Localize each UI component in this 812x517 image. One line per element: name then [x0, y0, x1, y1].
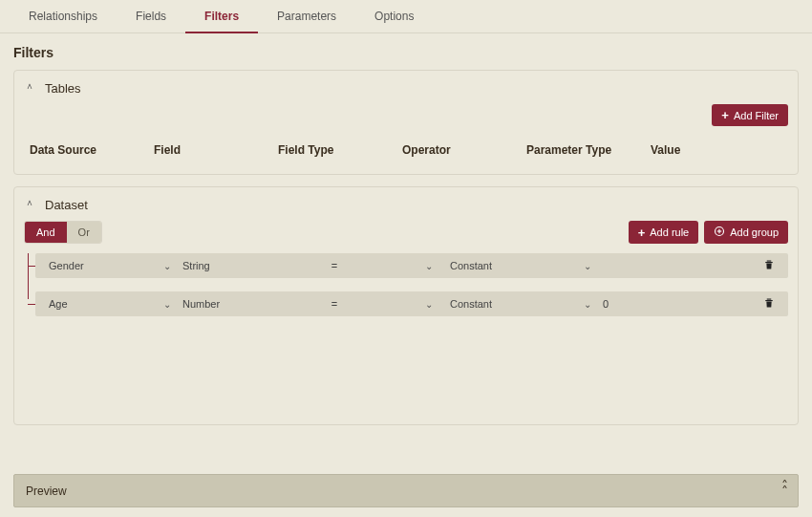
col-field-type: Field Type: [272, 140, 396, 161]
rule-operator-select[interactable]: = ⌄: [320, 298, 444, 310]
col-parameter-type: Parameter Type: [521, 140, 645, 161]
tab-parameters[interactable]: Parameters: [258, 0, 355, 32]
svg-rect-4: [765, 262, 773, 263]
and-or-toggle: And Or: [24, 221, 102, 244]
rules-list: Gender ⌄ String = ⌄ Constant ⌄: [24, 253, 788, 316]
tab-relationships[interactable]: Relationships: [10, 0, 117, 32]
tables-title: Tables: [45, 81, 81, 96]
and-button[interactable]: And: [25, 222, 67, 243]
tables-header[interactable]: ＾ Tables: [24, 80, 788, 104]
add-filter-label: Add Filter: [734, 110, 779, 121]
tab-fields[interactable]: Fields: [117, 0, 185, 32]
dataset-section: ＾ Dataset And Or + Add rule Add group: [13, 186, 799, 425]
rule-param-type-select[interactable]: Constant ⌄: [444, 260, 597, 271]
chevron-up-icon: ＾: [24, 80, 35, 97]
col-data-source: Data Source: [24, 140, 148, 161]
delete-rule-button[interactable]: [763, 297, 775, 311]
add-rule-label: Add rule: [650, 226, 689, 238]
col-value: Value: [645, 140, 788, 161]
rule-row: Age ⌄ Number = ⌄ Constant ⌄: [35, 291, 788, 316]
rule-field-select[interactable]: Gender ⌄: [43, 260, 177, 271]
tab-bar: Relationships Fields Filters Parameters …: [0, 0, 812, 33]
plus-icon: +: [721, 109, 729, 121]
dataset-header[interactable]: ＾ Dataset: [24, 197, 788, 221]
plus-icon: +: [638, 226, 646, 239]
rule-field-value: Age: [49, 298, 68, 310]
rule-param-type-select[interactable]: Constant ⌄: [444, 298, 597, 310]
rule-type-value: Number: [182, 298, 220, 310]
chevron-down-icon: ⌄: [584, 261, 591, 271]
chevron-up-icon: ＾: [24, 197, 35, 213]
rule-value-input[interactable]: 0: [597, 298, 758, 310]
page-title: Filters: [0, 33, 812, 70]
svg-rect-3: [767, 261, 772, 262]
rule-operator-select[interactable]: = ⌄: [320, 260, 444, 271]
rule-field-value: Gender: [49, 260, 84, 271]
rule-field-select[interactable]: Age ⌄: [43, 298, 177, 310]
rule-type-label: String: [177, 260, 320, 271]
chevron-down-icon: ⌄: [163, 261, 171, 271]
rule-type-value: String: [182, 260, 210, 271]
chevron-down-icon: ⌄: [584, 299, 591, 310]
rule-param-type-value: Constant: [450, 298, 492, 310]
chevron-down-icon: ⌄: [425, 261, 433, 271]
add-filter-button[interactable]: + Add Filter: [712, 104, 788, 126]
add-group-button[interactable]: Add group: [704, 221, 788, 244]
preview-bar[interactable]: Preview ˄˄: [13, 474, 799, 507]
col-operator: Operator: [396, 140, 521, 161]
svg-rect-5: [767, 299, 772, 300]
circle-plus-icon: [714, 226, 725, 239]
chevron-down-icon: ⌄: [163, 299, 171, 310]
tables-section: ＾ Tables + Add Filter Data Source Field …: [13, 70, 799, 175]
add-rule-button[interactable]: + Add rule: [629, 221, 699, 244]
add-group-label: Add group: [730, 226, 779, 238]
or-button[interactable]: Or: [67, 222, 101, 243]
chevron-double-up-icon[interactable]: ˄˄: [781, 483, 786, 499]
rule-value-text: 0: [603, 298, 609, 310]
rule-row: Gender ⌄ String = ⌄ Constant ⌄: [35, 253, 788, 278]
rule-operator-value: =: [331, 260, 337, 271]
tab-filters[interactable]: Filters: [185, 0, 258, 32]
rule-type-label: Number: [177, 298, 320, 310]
rule-param-type-value: Constant: [450, 260, 492, 271]
dataset-title: Dataset: [45, 198, 88, 212]
col-field: Field: [148, 140, 272, 161]
tab-options[interactable]: Options: [355, 0, 433, 32]
delete-rule-button[interactable]: [763, 259, 775, 272]
tables-column-header: Data Source Field Field Type Operator Pa…: [24, 134, 788, 161]
preview-label: Preview: [26, 485, 67, 498]
chevron-down-icon: ⌄: [425, 299, 433, 310]
svg-rect-6: [765, 300, 773, 301]
rule-operator-value: =: [331, 298, 337, 310]
